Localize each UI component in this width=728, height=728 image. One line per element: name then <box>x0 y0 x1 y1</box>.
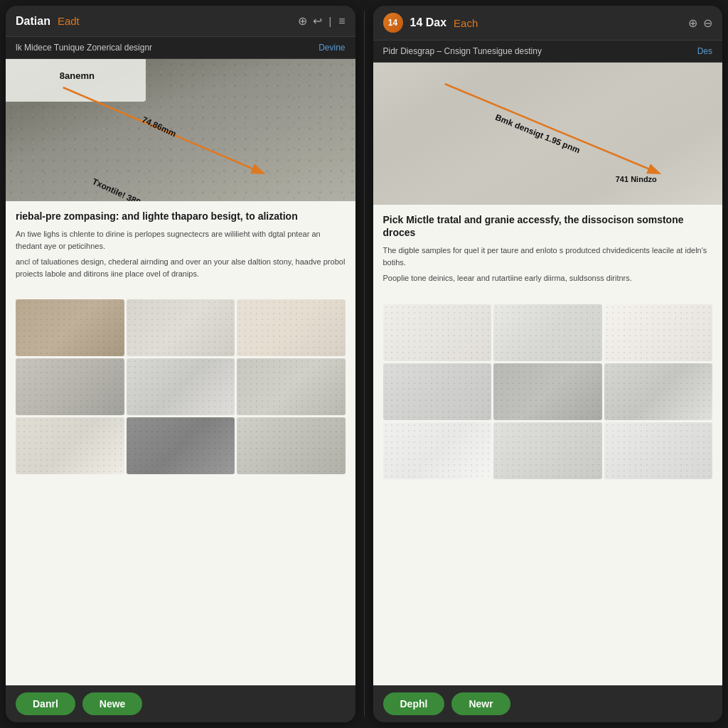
left-article-para2: ancl of taluationes design, chederal air… <box>16 256 346 279</box>
left-content: 8anemn 74.86mm Txontile! 389 mm riebal-p… <box>6 59 355 685</box>
right-subheader-text: Pidr Diesgrap – Cnsign Tunesigue destiny <box>383 46 542 56</box>
tile-item[interactable] <box>237 358 346 415</box>
tile-item[interactable] <box>16 358 124 415</box>
pause-icon[interactable]: ⊕ <box>298 14 307 28</box>
right-text-content: Pick Mictle tratal and granie accessfy, … <box>373 205 723 297</box>
left-article-para1: An tiwe lighs is chlente to dirine is pe… <box>16 228 346 252</box>
left-header: Datian Eadt ⊕ ↩ | ≡ <box>6 6 355 37</box>
right-panel: 14 14 Dax Each ⊕ ⊖ Pidr Diesgrap – Cnsig… <box>373 6 723 722</box>
tile-item[interactable] <box>604 304 713 361</box>
right-article-title: Pick Mictle tratal and granie accessfy, … <box>383 213 713 239</box>
tile-item[interactable] <box>16 299 124 356</box>
tile-item[interactable] <box>493 304 602 361</box>
menu-icon[interactable]: ≡ <box>338 15 345 28</box>
panel-divider <box>364 11 365 717</box>
back-icon[interactable]: ↩ <box>313 14 322 28</box>
tile-item[interactable] <box>383 363 492 420</box>
left-title: Datian <box>16 15 50 28</box>
svg-text:Txontile! 389 mm: Txontile! 389 mm <box>90 176 158 201</box>
left-footer: Danrl Newe <box>6 685 355 722</box>
left-subheader-text: lk Midece Tunique Zonerical designr <box>16 43 152 53</box>
tile-item[interactable] <box>604 422 713 479</box>
svg-text:74.86mm: 74.86mm <box>140 114 177 139</box>
tile-item[interactable] <box>237 417 346 474</box>
left-article-title: riebal-pre zompasing: and lighte thaparo… <box>16 210 346 223</box>
right-article-para1: The digble samples for quel it per taure… <box>383 245 713 268</box>
tile-item[interactable] <box>127 299 235 356</box>
left-subtitle[interactable]: Eadt <box>58 15 80 27</box>
left-tile-grid <box>16 299 346 474</box>
right-header-icons: ⊕ ⊖ <box>688 16 712 30</box>
left-measurement-image: 8anemn 74.86mm Txontile! 389 mm <box>6 59 355 201</box>
right-title: 14 Dax <box>410 16 447 29</box>
left-header-icons: ⊕ ↩ | ≡ <box>298 14 346 28</box>
right-back-icon[interactable]: ⊖ <box>703 16 712 30</box>
right-tile-grid <box>383 304 713 479</box>
right-header: 14 14 Dax Each ⊕ ⊖ <box>373 6 723 41</box>
svg-text:741 Nindzo: 741 Nindzo <box>615 175 656 183</box>
right-pause-icon[interactable]: ⊕ <box>688 16 697 30</box>
left-subheader-link[interactable]: Devine <box>318 43 345 53</box>
tile-item[interactable] <box>383 422 492 479</box>
screen-container: Datian Eadt ⊕ ↩ | ≡ lk Midece Tunique Zo… <box>0 0 728 728</box>
svg-text:Bmk densigt 1.95 pnm: Bmk densigt 1.95 pnm <box>493 112 581 156</box>
right-article-para2: Pooplie tone deinics, leear and rutartii… <box>383 272 713 284</box>
right-subtitle[interactable]: Each <box>454 17 478 29</box>
tile-item[interactable] <box>127 358 235 415</box>
right-content: Bmk densigt 1.95 pnm 741 Nindzo Pick Mic… <box>373 63 723 685</box>
left-subheader: lk Midece Tunique Zonerical designr Devi… <box>6 37 355 59</box>
right-measurement-image: Bmk densigt 1.95 pnm 741 Nindzo <box>373 63 723 205</box>
left-btn1[interactable]: Danrl <box>16 692 75 715</box>
tile-item[interactable] <box>16 417 124 474</box>
tile-item[interactable] <box>604 363 713 420</box>
tile-item[interactable] <box>237 299 346 356</box>
right-subheader-link[interactable]: Des <box>697 46 712 56</box>
right-footer: Dephl Newr <box>373 685 723 722</box>
svg-line-4 <box>444 84 658 173</box>
left-text-content: riebal-pre zompasing: and lighte thaparo… <box>6 201 355 292</box>
right-avatar: 14 <box>383 13 403 33</box>
left-panel: Datian Eadt ⊕ ↩ | ≡ lk Midece Tunique Zo… <box>6 6 355 722</box>
svg-text:8anemn: 8anemn <box>60 70 95 81</box>
right-btn1[interactable]: Dephl <box>383 692 445 715</box>
tile-item[interactable] <box>383 304 492 361</box>
right-subheader: Pidr Diesgrap – Cnsign Tunesigue destiny… <box>373 41 723 63</box>
tile-item[interactable] <box>127 417 235 474</box>
tile-item[interactable] <box>493 422 602 479</box>
left-btn2[interactable]: Newe <box>82 692 143 715</box>
tile-item[interactable] <box>493 363 602 420</box>
right-btn2[interactable]: Newr <box>451 692 510 715</box>
